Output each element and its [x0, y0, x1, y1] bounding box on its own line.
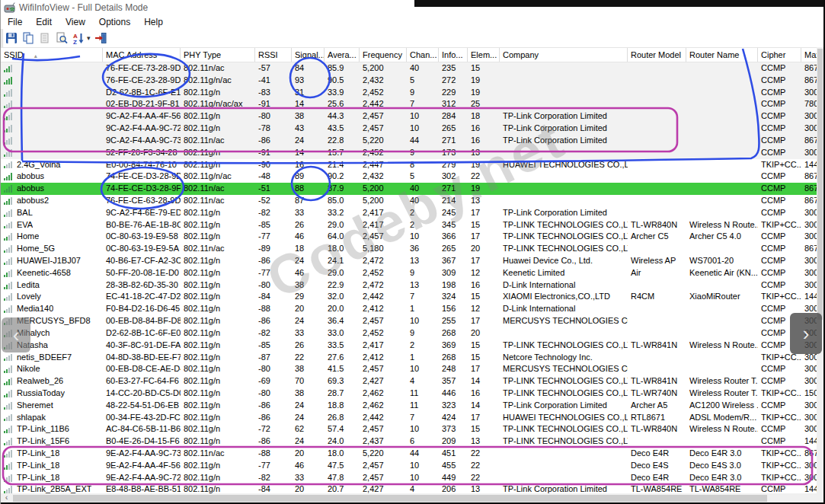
- table-row[interactable]: TP-Link_2B5A_EXTE8-48-B8-AE-BB-51802.11g…: [1, 483, 817, 493]
- table-row[interactable]: LovelyEC-41-18-2C-47-D2802.11g/n-842932.…: [1, 291, 817, 303]
- cell-rname: [686, 363, 758, 375]
- column-header-rssi[interactable]: RSSI: [255, 48, 292, 62]
- cell-max: 300: [801, 472, 817, 484]
- sort-ascending-icon: ▴: [34, 53, 37, 59]
- vertical-scrollbar-thumb[interactable]: [817, 49, 823, 320]
- cell-cipher: CCMP: [758, 98, 801, 110]
- table-row[interactable]: Media140F0-B4-D2-16-D6-45802.11g/n-88202…: [1, 303, 817, 315]
- cell-ssid: [1, 135, 103, 147]
- table-row[interactable]: Home0C-80-63-19-E9-58802.11g/n-774664.02…: [1, 231, 817, 243]
- cell-rssi: -85: [255, 219, 292, 231]
- cell-rssi: -86: [255, 255, 292, 267]
- column-header-element[interactable]: Elem...: [468, 48, 500, 62]
- cell-info: 206: [439, 483, 468, 493]
- signal-bars-icon: [4, 293, 14, 301]
- table-row[interactable]: 2.4G_VolnaE0-00-84-74-76-10802.11g/n-901…: [1, 159, 817, 171]
- table-row[interactable]: 76-FE-CE-23-28-9D802.11g/n/ac-419390.52,…: [1, 75, 817, 87]
- cell-info: 279: [439, 159, 468, 171]
- column-header-ssid[interactable]: SSID▴: [1, 48, 103, 62]
- cell-max: 867: [801, 135, 817, 147]
- cell-chan: 11: [407, 400, 439, 412]
- table-row[interactable]: BAL9C-A2-F4-6E-79-ED802.11g/n-823333.22,…: [1, 207, 817, 219]
- table-row[interactable]: TP-Link_189E-A2-F4-AA-9C-72802.11g/n-823…: [1, 472, 817, 484]
- table-row[interactable]: TP-Link_189E-A2-F4-AA-9C-73802.11n/ac-88…: [1, 448, 817, 460]
- table-row[interactable]: 9C-A2-F4-AA-4F-56802.11g/n-803844.32,457…: [1, 110, 817, 123]
- column-header-company[interactable]: Company: [500, 48, 628, 62]
- cell-signal: 14: [292, 147, 325, 159]
- column-header-average[interactable]: Avera...: [325, 48, 360, 62]
- cell-mac: 76-FE-CE-73-28-9D: [103, 62, 181, 75]
- cell-chan: 5: [407, 171, 439, 183]
- menu-edit[interactable]: Edit: [29, 17, 59, 27]
- table-row[interactable]: Ledita28-3B-82-6D-35-30802.11g/n-803822.…: [1, 279, 817, 292]
- table-row[interactable]: shlapak00-34-FE-43-2D-FC802.11g/n-862426…: [1, 412, 817, 424]
- previous-image-button[interactable]: ‹: [2, 317, 30, 352]
- copy-button[interactable]: [21, 30, 36, 46]
- table-row[interactable]: abobus276-FE-CE-63-28-9D802.11n/ac-52878…: [1, 195, 817, 207]
- table-row[interactable]: abobus74-FE-CE-D3-28-9F802.11n/ac-518887…: [1, 183, 817, 195]
- column-header-router-name[interactable]: Router Name: [686, 48, 758, 62]
- cell-company: TP-Link Corporation Limited: [500, 135, 628, 147]
- cell-mac: 00-EB-D8-84-BF-D8: [103, 315, 181, 327]
- cell-model: [628, 243, 686, 255]
- table-row[interactable]: Keenetic-465850-FF-20-08-1E-D0802.11g/n-…: [1, 267, 817, 279]
- table-row[interactable]: Natasha40-3F-8C-91-DE-FA802.11g/n-852633…: [1, 340, 817, 352]
- vertical-scrollbar[interactable]: [817, 47, 823, 493]
- table-row[interactable]: MihalychD2-62-8B-1C-6F-E0802.11g/n-82333…: [1, 327, 817, 340]
- table-row[interactable]: TP-Link_11B6AC-84-C6-5B-11-B6802.11g/n-7…: [1, 423, 817, 435]
- table-row[interactable]: D2-62-8B-1C-6F-E1802.11g/n-833133.92,452…: [1, 87, 817, 99]
- menu-help[interactable]: Help: [137, 17, 170, 27]
- cell-rssi: -80: [255, 388, 292, 400]
- table-row[interactable]: Realweb_2660-E3-27-FC-64-F6802.11g/n-697…: [1, 375, 817, 388]
- exit-button[interactable]: [93, 30, 108, 46]
- find-button[interactable]: [54, 30, 69, 46]
- cell-rssi: -77: [255, 267, 292, 279]
- table-row[interactable]: HUAWEI-J1BJ0740-B6-E7-CF-A2-3C802.11g/n-…: [1, 255, 817, 267]
- menu-file[interactable]: File: [1, 17, 29, 27]
- column-header-router-model[interactable]: Router Model: [628, 48, 686, 62]
- table-row[interactable]: MERCUSYS_BFD800-EB-D8-84-BF-D8802.11g/n-…: [1, 315, 817, 327]
- table-row[interactable]: Sheremet48-22-54-51-D6-EB802.11g/n-86241…: [1, 400, 817, 412]
- cell-chan: 4: [407, 483, 439, 493]
- horizontal-scrollbar-thumb[interactable]: [13, 495, 767, 502]
- ssid-label: Keenetic-4658: [17, 267, 71, 279]
- table-row[interactable]: 9C-A2-F4-AA-9C-73802.11n/ac-862422.85,22…: [1, 135, 817, 147]
- table-row[interactable]: netis_BDEEF704-8D-38-BD-EE-F7802.11g/n-8…: [1, 352, 817, 364]
- sort-dropdown-caret[interactable]: ▾: [87, 34, 91, 42]
- cell-rssi: -91: [255, 98, 292, 110]
- table-row[interactable]: RussiaToday14-CC-20-BD-C5-D0802.11g/n-80…: [1, 388, 817, 400]
- column-header-frequency[interactable]: Frequency: [360, 48, 407, 62]
- column-header-cipher[interactable]: Cipher: [758, 48, 801, 62]
- cell-max: 300: [801, 460, 817, 472]
- table-row[interactable]: Home_5G0C-80-63-19-E9-5A802.11n/ac-89181…: [1, 243, 817, 255]
- cell-model: [628, 75, 686, 87]
- menu-view[interactable]: View: [59, 17, 92, 27]
- column-header-mac-address[interactable]: MAC Address: [103, 48, 181, 62]
- column-header-signal[interactable]: Signal...: [292, 48, 325, 62]
- table-row[interactable]: 76-FE-CE-73-28-9D802.11n/ac-578485.95,20…: [1, 62, 817, 75]
- column-header-phy-type[interactable]: PHY Type: [181, 48, 255, 62]
- scroll-left-arrow-icon[interactable]: ‹: [1, 493, 12, 502]
- menu-options[interactable]: Options: [92, 17, 137, 27]
- cell-chan: 6: [407, 435, 439, 448]
- table-row[interactable]: Nikole00-EB-D8-CE-AE-D4802.11g/n-803841.…: [1, 363, 817, 375]
- table-row[interactable]: TP-Link_15F6B0-4E-26-D4-15-F6802.11g/n-8…: [1, 435, 817, 448]
- column-header-info[interactable]: Info...: [439, 48, 468, 62]
- ssid-label: HUAWEI-J1BJ07: [17, 255, 81, 267]
- table-row[interactable]: 9C-A2-F4-AA-9C-72802.11g/n-784343.52,457…: [1, 123, 817, 135]
- column-header-channel[interactable]: Chan...: [407, 48, 439, 62]
- table-row[interactable]: TP-Link_189E-A2-F4-AA-4F-56802.11g/n-774…: [1, 460, 817, 472]
- cell-company: [500, 62, 628, 75]
- cell-company: D-Link International: [500, 279, 628, 292]
- next-image-button[interactable]: ›: [790, 313, 822, 354]
- properties-button[interactable]: [37, 30, 53, 46]
- table-row[interactable]: 52-FF-20-F3-34-28802.11g/n-911415.72,452…: [1, 147, 817, 159]
- table-row[interactable]: EVAB0-BE-76-AE-1B-8C802.11g/n-852629.02,…: [1, 219, 817, 231]
- table-row[interactable]: 02-EB-D8-21-9F-81802.11g/n/ac/ax-911425.…: [1, 98, 817, 110]
- sort-button[interactable]: A Z: [71, 30, 86, 46]
- save-button[interactable]: [4, 30, 19, 46]
- cell-phy: 802.11g/n: [181, 159, 255, 171]
- table-row[interactable]: abobus74-FE-CE-D3-28-9D802.11g/n/ac-4889…: [1, 171, 817, 183]
- horizontal-scrollbar[interactable]: ‹: [1, 493, 824, 502]
- cell-phy: 802.11g/n: [181, 435, 255, 448]
